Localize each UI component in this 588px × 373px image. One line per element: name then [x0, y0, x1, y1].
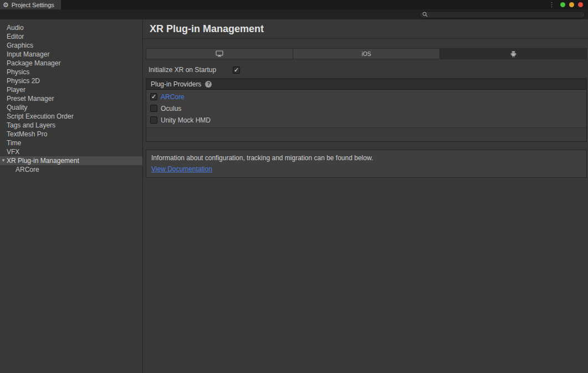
titlebar: ⚙ Project Settings ⋮: [0, 0, 588, 9]
provider-row-arcore: ARCore: [146, 91, 586, 103]
help-icon[interactable]: ?: [205, 81, 212, 88]
traffic-light-yellow[interactable]: [569, 2, 574, 7]
search-toolbar: [0, 9, 588, 19]
provider-oculus-label[interactable]: Oculus: [161, 105, 181, 113]
plugin-providers-list: ARCore Oculus Unity Mock HMD: [146, 90, 586, 128]
initialize-xr-checkbox[interactable]: [233, 67, 240, 74]
sidebar-item-quality[interactable]: Quality: [0, 103, 142, 112]
window-tab-title: Project Settings: [12, 2, 54, 8]
traffic-light-red[interactable]: [578, 2, 583, 7]
provider-row-oculus: Oculus: [146, 103, 586, 114]
sidebar-item-audio[interactable]: Audio: [0, 23, 142, 32]
provider-oculus-checkbox[interactable]: [150, 105, 157, 112]
content-area: Audio Editor Graphics Input Manager Pack…: [0, 19, 588, 373]
sidebar-item-tags-and-layers[interactable]: Tags and Layers: [0, 121, 142, 130]
sidebar-item-preset-manager[interactable]: Preset Manager: [0, 94, 142, 103]
android-icon: [510, 50, 517, 58]
sidebar-item-input-manager[interactable]: Input Manager: [0, 50, 142, 59]
sidebar-item-time[interactable]: Time: [0, 139, 142, 147]
sidebar-item-textmesh-pro[interactable]: TextMesh Pro: [0, 130, 142, 139]
sidebar-item-physics-2d[interactable]: Physics 2D: [0, 76, 142, 85]
search-input[interactable]: [430, 12, 582, 18]
initialize-xr-row: Initialize XR on Startup: [149, 66, 588, 74]
sidebar-item-xr-plugin-management[interactable]: ▼ XR Plug-in Management: [0, 156, 142, 165]
tab-desktop[interactable]: [146, 48, 293, 59]
search-icon: [422, 12, 428, 17]
provider-arcore-checkbox[interactable]: [150, 93, 157, 100]
main-panel: XR Plug-in Management iOS: [143, 19, 588, 373]
info-text: Information about configuration, trackin…: [151, 154, 581, 162]
sidebar-item-player[interactable]: Player: [0, 85, 142, 94]
tab-android[interactable]: [440, 48, 587, 59]
plugin-providers-box: Plug-in Providers ? ARCore Oculus Unity …: [146, 78, 587, 142]
sidebar-item-script-execution-order[interactable]: Script Execution Order: [0, 112, 142, 121]
sidebar-item-package-manager[interactable]: Package Manager: [0, 59, 142, 68]
sidebar-item-editor[interactable]: Editor: [0, 32, 142, 41]
titlebar-controls: ⋮: [549, 0, 588, 9]
initialize-xr-label: Initialize XR on Startup: [149, 66, 233, 74]
kebab-menu-icon[interactable]: ⋮: [549, 2, 555, 8]
foldout-triangle-icon[interactable]: ▼: [0, 156, 7, 165]
traffic-light-green[interactable]: [560, 2, 565, 7]
plugin-providers-title: Plug-in Providers: [151, 80, 201, 88]
provider-unity-mock-hmd-label[interactable]: Unity Mock HMD: [161, 116, 211, 124]
platform-tab-bar: iOS: [146, 48, 587, 59]
gear-icon: ⚙: [3, 2, 9, 8]
info-box: Information about configuration, trackin…: [146, 150, 587, 178]
tab-ios[interactable]: iOS: [293, 48, 440, 59]
search-box[interactable]: [419, 11, 585, 18]
sidebar-item-arcore[interactable]: ARCore: [0, 165, 142, 174]
desktop-monitor-icon: [216, 50, 223, 57]
sidebar-item-graphics[interactable]: Graphics: [0, 41, 142, 50]
view-documentation-link[interactable]: View Documentation: [151, 165, 212, 173]
sidebar-item-label: XR Plug-in Management: [7, 156, 79, 165]
provider-row-unity-mock-hmd: Unity Mock HMD: [146, 114, 586, 126]
page-title: XR Plug-in Management: [143, 19, 588, 39]
provider-unity-mock-hmd-checkbox[interactable]: [150, 116, 157, 124]
plugin-providers-header: Plug-in Providers ?: [146, 79, 586, 90]
settings-sidebar: Audio Editor Graphics Input Manager Pack…: [0, 19, 143, 373]
sidebar-item-physics[interactable]: Physics: [0, 68, 142, 76]
sidebar-item-vfx[interactable]: VFX: [0, 147, 142, 156]
window-tab-project-settings[interactable]: ⚙ Project Settings: [0, 0, 61, 9]
provider-arcore-label[interactable]: ARCore: [161, 93, 185, 101]
